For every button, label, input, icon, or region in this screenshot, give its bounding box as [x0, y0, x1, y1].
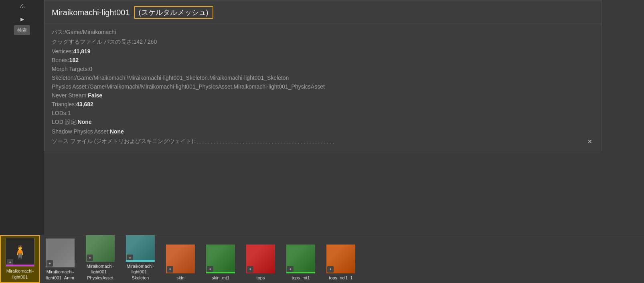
asset-thumbnail-miraikomachi-light001-anim: ✦ — [46, 239, 75, 267]
triangles-value: 43,682 — [76, 101, 93, 107]
info-row-triangles: Triangles: 43,682 — [52, 101, 594, 107]
neverstream-value: False — [88, 92, 102, 99]
info-row-skeleton: Skeleton: /Game/Miraikomachi/Miraikomach… — [52, 75, 594, 81]
path-label: パス: — [52, 29, 65, 36]
asset-label-miraikomachi-light001-anim: Miraikomachi- light001_Anim — [46, 269, 74, 281]
lod-setting-label: LOD 設定: — [52, 119, 78, 126]
morph-label: Morph Targets: — [52, 66, 89, 72]
sidebar-text: ツ — [17, 4, 27, 13]
info-row-lod-setting: LOD 設定: None — [52, 119, 594, 126]
physics-value: /Game/Miraikomachi/Miraikomachi-light001… — [88, 83, 325, 90]
asset-item-miraikomachi-light001-skeleton[interactable]: ✦Miraikomachi- light001_ Skeleton — [120, 235, 160, 283]
lods-label: LODs: — [52, 110, 68, 116]
tooltip-panel: Miraikomachi-light001 (スケルタルメッシュ) パス: /G… — [44, 0, 601, 151]
star-icon: ✦ — [87, 255, 93, 261]
star-icon: ✦ — [167, 266, 173, 273]
asset-label-miraikomachi-light001-physicsasset: Miraikomachi- light001_ PhysicsAsset — [87, 263, 114, 281]
source-value: . . . . . . . . . . . . . . . . . . . . … — [196, 139, 584, 145]
info-row-path: パス: /Game/Miraikomachi — [52, 29, 594, 36]
star-icon: ✦ — [247, 266, 253, 273]
shadow-value: None — [110, 128, 124, 135]
physics-label: Physics Asset: — [52, 83, 88, 90]
tooltip-header: Miraikomachi-light001 (スケルタルメッシュ) — [45, 0, 601, 23]
tooltip-body: パス: /Game/Miraikomachi クックするファイル パスの長さ: … — [45, 23, 601, 151]
info-row-shadow: Shadow Physics Asset: None — [52, 128, 594, 135]
asset-bar: ✦🧍Miraikomachi- light001✦Miraikomachi- l… — [0, 235, 644, 283]
asset-thumbnail-tops-ncl1-1: ✦ — [326, 245, 355, 273]
sidebar: ツ ▶ 検索 — [0, 0, 44, 235]
skeleton-label: Skeleton: — [52, 75, 75, 81]
lod-setting-value: None — [78, 119, 92, 125]
asset-thumbnail-skin-mt1: ✦ — [206, 245, 235, 273]
asset-thumbnail-tops-mt1: ✦ — [286, 245, 315, 273]
sidebar-arrow[interactable]: ▶ — [20, 16, 24, 22]
triangles-label: Triangles: — [52, 101, 76, 107]
asset-thumbnail-skin: ✦ — [166, 245, 195, 273]
asset-item-skin[interactable]: ✦skin — [160, 235, 200, 283]
star-icon: ✦ — [47, 260, 53, 267]
thumb-bar — [126, 260, 155, 262]
close-icon[interactable]: ✕ — [586, 138, 594, 145]
info-row-vertices: Vertices: 41,819 — [52, 48, 594, 55]
vertices-value: 41,819 — [73, 48, 91, 55]
search-button[interactable]: 検索 — [14, 25, 30, 35]
info-row-lods: LODs: 1 — [52, 110, 594, 116]
asset-label-tops-mt1: tops_mt1 — [292, 275, 310, 281]
info-row-neverstream: Never Stream: False — [52, 92, 594, 99]
asset-item-tops-mt1[interactable]: ✦tops_mt1 — [281, 235, 321, 283]
thumb-bar — [206, 272, 235, 273]
tooltip-title-badge: (スケルタルメッシュ) — [134, 6, 213, 19]
skeleton-value: /Game/Miraikomachi/Miraikomachi-light001… — [75, 75, 289, 81]
asset-item-miraikomachi-light001[interactable]: ✦🧍Miraikomachi- light001 — [0, 235, 40, 283]
asset-thumbnail-miraikomachi-light001-skeleton: ✦ — [126, 235, 155, 262]
filesize-value: 142 / 260 — [134, 38, 157, 45]
info-row-physics: Physics Asset: /Game/Miraikomachi/Miraik… — [52, 83, 594, 90]
path-value: /Game/Miraikomachi — [65, 29, 116, 35]
asset-label-tops: tops — [257, 275, 265, 281]
asset-item-miraikomachi-light001-physicsasset[interactable]: ✦Miraikomachi- light001_ PhysicsAsset — [80, 235, 120, 283]
asset-item-miraikomachi-light001-anim[interactable]: ✦Miraikomachi- light001_Anim — [40, 235, 80, 283]
info-row-morph: Morph Targets: 0 — [52, 66, 594, 72]
shadow-label: Shadow Physics Asset: — [52, 128, 110, 135]
asset-item-skin-mt1[interactable]: ✦skin_mt1 — [200, 235, 241, 283]
morph-value: 0 — [89, 66, 92, 72]
filesize-label: クックするファイル パスの長さ: — [52, 38, 134, 46]
asset-thumbnail-miraikomachi-light001: ✦🧍 — [6, 238, 34, 267]
asset-item-tops[interactable]: ✦tops — [241, 235, 281, 283]
bones-label: Bones: — [52, 57, 69, 63]
asset-label-miraikomachi-light001-skeleton: Miraikomachi- light001_ Skeleton — [127, 263, 154, 281]
neverstream-label: Never Stream: — [52, 92, 88, 99]
star-icon: ✦ — [327, 266, 334, 273]
info-row-source: ソース ファイル (ジオメトリおよびスキニングウェイト): . . . . . … — [52, 138, 594, 145]
asset-label-tops-ncl1-1: tops_ncl1_1 — [329, 275, 352, 281]
tooltip-title-main: Miraikomachi-light001 — [52, 8, 130, 17]
lods-value: 1 — [68, 110, 71, 116]
asset-item-tops-ncl1-1[interactable]: ✦tops_ncl1_1 — [321, 235, 361, 283]
vertices-label: Vertices: — [52, 48, 73, 55]
info-row-bones: Bones: 182 — [52, 57, 594, 63]
bones-value: 182 — [69, 57, 79, 63]
asset-thumbnail-tops: ✦ — [246, 245, 275, 273]
character-figure: 🧍 — [6, 238, 34, 266]
asset-thumbnail-miraikomachi-light001-physicsasset: ✦ — [86, 235, 115, 262]
thumb-bar — [286, 272, 315, 273]
asset-label-skin-mt1: skin_mt1 — [212, 275, 229, 281]
asset-label-miraikomachi-light001: Miraikomachi- light001 — [6, 268, 34, 280]
source-label: ソース ファイル (ジオメトリおよびスキニングウェイト): — [52, 138, 195, 145]
info-row-filesize: クックするファイル パスの長さ: 142 / 260 — [52, 38, 594, 46]
asset-label-skin: skin — [176, 275, 184, 281]
